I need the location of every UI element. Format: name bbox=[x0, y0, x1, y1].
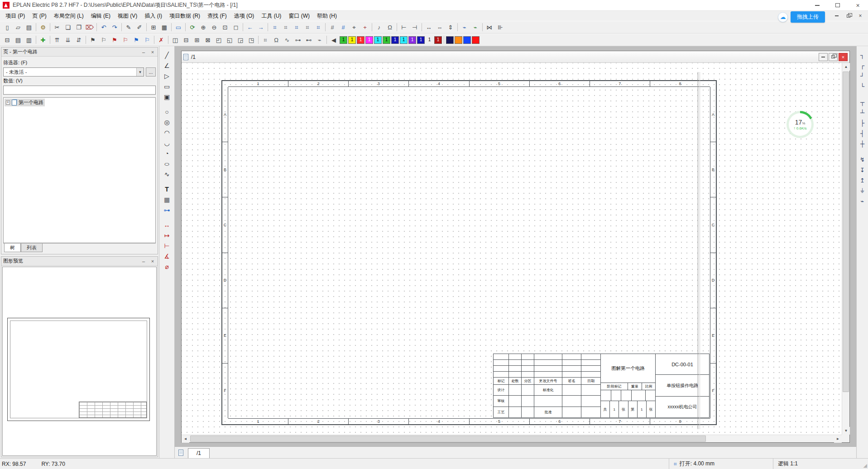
rectangle-center-tool-button[interactable]: ▣ bbox=[162, 91, 173, 102]
layer-swatch-41[interactable]: 1 bbox=[383, 36, 390, 44]
angle-down-left-button[interactable]: ┐ bbox=[858, 50, 868, 60]
align-right-button[interactable]: ⊣ bbox=[409, 22, 420, 32]
rectangle-tool-button[interactable]: ▭ bbox=[162, 81, 173, 91]
zoom-in-button[interactable]: ⊕ bbox=[198, 22, 209, 32]
refresh-button[interactable]: ⟳ bbox=[187, 22, 198, 32]
menu-insert[interactable]: 插入 (I) bbox=[141, 11, 166, 21]
value-input[interactable] bbox=[3, 86, 156, 95]
sort-ascending-button[interactable]: ⇈ bbox=[52, 35, 62, 45]
device-lightning-button[interactable]: ⌁ bbox=[314, 35, 325, 45]
device-resistor-button[interactable]: Ω bbox=[271, 35, 282, 45]
vertical-scroll-track[interactable] bbox=[842, 71, 849, 427]
panel-close-button[interactable]: × bbox=[149, 49, 156, 55]
potential-point-button[interactable]: ↥ bbox=[858, 175, 868, 186]
edit-copy-pencil-button[interactable]: ✐ bbox=[134, 22, 145, 32]
move-button[interactable]: ↔ bbox=[423, 22, 434, 32]
polyline-tool-button[interactable]: ∠ bbox=[162, 60, 173, 71]
page-window-close-button[interactable]: × bbox=[839, 53, 848, 61]
zoom-window-button[interactable]: ⊡ bbox=[220, 22, 230, 32]
scroll-up-button[interactable]: ▲ bbox=[842, 63, 850, 71]
workspace-display-button[interactable]: ▭ bbox=[173, 22, 184, 32]
layer-swatch-43[interactable]: 1 bbox=[400, 36, 408, 44]
drawing-canvas[interactable]: 12345678 12345678 ABCDEF ABCDEF bbox=[182, 63, 842, 435]
layer-swatch-46[interactable]: 1 bbox=[426, 36, 433, 44]
menu-page[interactable]: 页 (P) bbox=[29, 11, 50, 21]
filter-browse-button[interactable]: ... bbox=[146, 67, 156, 77]
layout-space-navigator-button[interactable]: ▥ bbox=[24, 35, 34, 45]
menu-window[interactable]: 窗口 (W) bbox=[285, 11, 313, 21]
dimension-continued-tool-button[interactable]: ↦ bbox=[162, 230, 173, 240]
layer-swatch-51[interactable] bbox=[463, 36, 471, 44]
layer-swatch-50[interactable] bbox=[455, 36, 462, 44]
layer-back-button[interactable]: ◀ bbox=[328, 35, 339, 45]
grid-5-button[interactable]: ⌗ bbox=[313, 22, 324, 32]
ground-symbol-button[interactable]: ⏚ bbox=[858, 186, 868, 196]
scroll-right-button[interactable]: ► bbox=[834, 435, 842, 443]
device-link-button[interactable]: ⊶ bbox=[293, 35, 303, 45]
panel-close-button[interactable]: × bbox=[149, 258, 156, 264]
dimension-radius-tool-button[interactable]: ⌀ bbox=[162, 261, 173, 272]
update-connections-button[interactable]: ⌁ bbox=[470, 22, 481, 32]
grid-display-button[interactable]: # bbox=[338, 22, 349, 32]
connections-button[interactable]: ⌁ bbox=[459, 22, 470, 32]
grid-snap-button[interactable]: # bbox=[327, 22, 338, 32]
spline-tool-button[interactable]: ∿ bbox=[162, 169, 173, 179]
symbol-corner-2-button[interactable]: ◱ bbox=[224, 35, 235, 45]
circle-3point-tool-button[interactable]: ◎ bbox=[162, 117, 173, 127]
symbol-crossed-button[interactable]: ⊠ bbox=[202, 35, 213, 45]
page-window-restore-button[interactable] bbox=[829, 53, 838, 61]
page-tab-1[interactable]: /1 bbox=[188, 448, 210, 458]
preview-page-thumbnail[interactable] bbox=[7, 318, 150, 421]
menu-layout-space[interactable]: 布局空间 (L) bbox=[50, 11, 87, 21]
new-page-button[interactable]: ▯ bbox=[2, 22, 13, 32]
cancel-action-button[interactable]: ✗ bbox=[156, 35, 167, 45]
device-link-2-button[interactable]: ⊷ bbox=[303, 35, 314, 45]
panel-minimize-button[interactable]: – bbox=[140, 258, 147, 264]
zoom-fit-button[interactable]: ◻ bbox=[230, 22, 241, 32]
scroll-down-button[interactable]: ▼ bbox=[842, 427, 850, 435]
flag-marker-5-button[interactable]: ⚑ bbox=[131, 35, 142, 45]
device-grid-button[interactable]: ⌗ bbox=[260, 35, 271, 45]
symbol-multiline-button[interactable]: ◫ bbox=[170, 35, 181, 45]
filter-swap-button[interactable]: ⇵ bbox=[73, 35, 84, 45]
dimension-baseline-tool-button[interactable]: ⊢ bbox=[162, 240, 173, 251]
angle-up-left-button[interactable]: ┘ bbox=[858, 71, 868, 81]
redo-button[interactable]: ↷ bbox=[109, 22, 120, 32]
drag-upload-button[interactable]: 拖拽上传 bbox=[791, 11, 825, 23]
delete-button[interactable]: ⌦ bbox=[84, 22, 95, 32]
horizontal-scrollbar[interactable]: ◄ ► bbox=[182, 435, 842, 442]
t-node-left-button[interactable]: ┤ bbox=[858, 128, 868, 139]
t-node-down-button[interactable]: ┬ bbox=[858, 97, 868, 107]
menu-view[interactable]: 视图 (V) bbox=[114, 11, 141, 21]
filter-dropdown[interactable]: - 未激活 - ▾ bbox=[3, 67, 144, 77]
paste-button[interactable]: ❐ bbox=[73, 22, 84, 32]
mdi-close-button[interactable]: × bbox=[857, 13, 863, 19]
flag-marker-4-button[interactable]: ⚐ bbox=[120, 35, 131, 45]
vertical-scroll-thumb[interactable] bbox=[843, 72, 849, 392]
tab-tree[interactable]: 树 bbox=[4, 244, 21, 252]
layer-swatch-52[interactable] bbox=[472, 36, 480, 44]
symbol-box-button[interactable]: ⊟ bbox=[181, 35, 192, 45]
edit-pencil-button[interactable]: ✎ bbox=[123, 22, 134, 32]
layer-swatch-38[interactable]: 1 bbox=[357, 36, 364, 44]
tree-item-project[interactable]: + 第一个电路 bbox=[5, 99, 45, 106]
settings-button[interactable]: ⚙ bbox=[38, 22, 48, 32]
layer-swatch-45[interactable]: 1 bbox=[417, 36, 425, 44]
hyperlink-tool-button[interactable]: ⊶ bbox=[162, 205, 173, 215]
scale-button[interactable]: ⇕ bbox=[445, 22, 456, 32]
angle-down-right-button[interactable]: ┌ bbox=[858, 60, 868, 71]
line-tool-button[interactable]: ╱ bbox=[162, 50, 173, 60]
design-mode-button[interactable]: + bbox=[360, 22, 370, 32]
go-forward-button[interactable]: → bbox=[255, 22, 266, 32]
insert-window-button[interactable]: ⊞ bbox=[148, 22, 159, 32]
polygon-tool-button[interactable]: ▷ bbox=[162, 71, 173, 81]
flag-marker-3-button[interactable]: ⚑ bbox=[109, 35, 120, 45]
layer-swatch-36[interactable]: 1 bbox=[340, 36, 347, 44]
layer-swatch-37[interactable]: 1 bbox=[348, 36, 356, 44]
grid-2-button[interactable]: ⌗ bbox=[280, 22, 291, 32]
circle-tool-button[interactable]: ○ bbox=[162, 106, 173, 117]
image-tool-button[interactable]: ▦ bbox=[162, 194, 173, 205]
t-node-right-button[interactable]: ├ bbox=[858, 118, 868, 128]
horizontal-scroll-track[interactable] bbox=[189, 435, 834, 442]
open-project-button[interactable]: ▱ bbox=[13, 22, 24, 32]
